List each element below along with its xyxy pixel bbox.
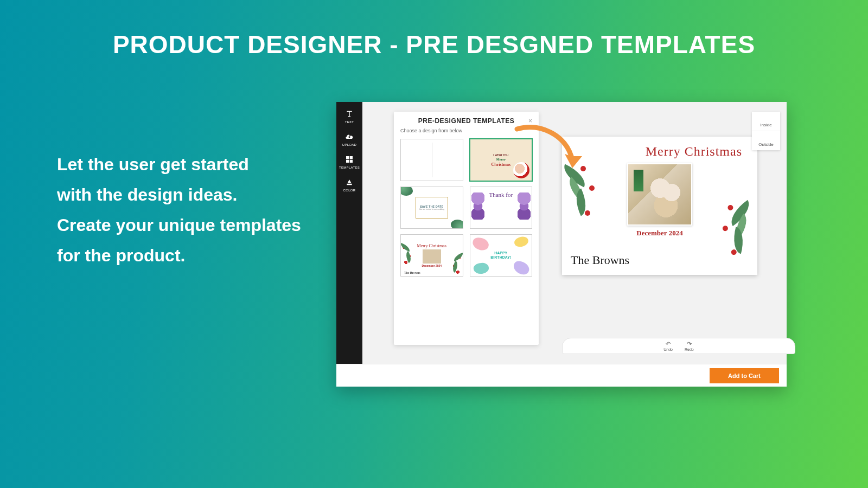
leaf-icon bbox=[400, 187, 413, 196]
sprig-decoration-icon bbox=[559, 164, 608, 240]
undo-label: Undo bbox=[663, 348, 673, 351]
text-icon bbox=[345, 108, 354, 119]
copy-line: Create your unique templates bbox=[57, 210, 317, 240]
tab-outside[interactable]: Outside bbox=[752, 131, 780, 150]
blob-icon bbox=[513, 235, 530, 249]
sidebar-item-label: TEMPLATES bbox=[339, 166, 360, 169]
flower-icon bbox=[518, 192, 531, 220]
template-thumb-merry-christmas-santa[interactable]: I WISH YOU Merry Christmas bbox=[470, 139, 533, 181]
view-tabs: Inside Outside bbox=[752, 112, 780, 150]
photo-placeholder-icon bbox=[423, 249, 441, 264]
template-thumb-blank[interactable] bbox=[400, 139, 463, 181]
card-date-text[interactable]: December 2024 bbox=[636, 229, 682, 237]
app-main: TEXT UPLOAD TEMPLATES COLOR PRE-DESIGNED… bbox=[336, 102, 787, 364]
thumb-text: Thank for bbox=[489, 191, 513, 198]
santa-icon bbox=[513, 162, 529, 178]
tool-sidebar: TEXT UPLOAD TEMPLATES COLOR bbox=[336, 102, 362, 364]
sprig-decoration-icon bbox=[706, 198, 767, 282]
templates-grid: I WISH YOU Merry Christmas SAVE THE DATE… bbox=[400, 139, 532, 277]
sidebar-item-label: UPLOAD bbox=[342, 143, 356, 146]
flower-icon bbox=[471, 192, 484, 220]
card-signature-text[interactable]: The Browns bbox=[571, 253, 629, 267]
add-to-cart-button[interactable]: Add to Cart bbox=[710, 368, 779, 383]
templates-icon bbox=[339, 154, 360, 165]
template-thumb-save-the-date[interactable]: SAVE THE DATE You are invited to our wed… bbox=[400, 187, 463, 229]
thumb-text: Merry Christmas bbox=[417, 243, 446, 248]
close-panel-button[interactable]: × bbox=[528, 117, 532, 125]
sidebar-item-upload[interactable]: UPLOAD bbox=[342, 131, 356, 146]
copy-line: with the design ideas. bbox=[57, 179, 317, 210]
template-thumb-merry-christmas-browns[interactable]: Merry Christmas December 2024 The Browns bbox=[400, 234, 463, 277]
thumb-text: HAPPY bbox=[490, 251, 511, 255]
thumb-text: The Browns bbox=[404, 271, 420, 274]
thumb-text: BIRTHDAY! bbox=[490, 255, 511, 260]
blob-icon bbox=[473, 262, 489, 275]
canvas-area: PRE-DESIGNED TEMPLATES × Choose a design… bbox=[362, 102, 787, 364]
redo-label: Redo bbox=[685, 348, 694, 351]
card-preview[interactable]: Merry Christmas December 2024 The Browns bbox=[562, 137, 757, 275]
undo-icon: ↶ bbox=[666, 341, 671, 347]
thumb-text: Christmas bbox=[491, 162, 510, 167]
leaf-icon bbox=[451, 220, 463, 229]
sprig-icon bbox=[449, 252, 463, 277]
undo-redo-bar: ↶ Undo ↷ Redo bbox=[562, 338, 795, 354]
blob-icon bbox=[512, 259, 531, 277]
designer-app-window: TEXT UPLOAD TEMPLATES COLOR PRE-DESIGNED… bbox=[336, 102, 787, 387]
thumb-text: Merry bbox=[496, 157, 506, 162]
page-title: PRODUCT DESIGNER - PRE DESGNED TEMPLATES bbox=[0, 0, 868, 59]
sidebar-item-label: TEXT bbox=[345, 120, 354, 124]
sidebar-item-label: COLOR bbox=[343, 189, 356, 192]
sidebar-item-color[interactable]: COLOR bbox=[343, 177, 356, 192]
template-thumb-thank-for[interactable]: Thank for bbox=[470, 187, 533, 229]
sprig-icon bbox=[400, 242, 415, 267]
bottom-bar: Add to Cart bbox=[336, 364, 787, 387]
copy-line: for the product. bbox=[57, 240, 317, 271]
redo-button[interactable]: ↷ Redo bbox=[685, 341, 694, 351]
copy-line: Let the user get started bbox=[57, 149, 317, 179]
template-thumb-happy-birthday[interactable]: HAPPY BIRTHDAY! bbox=[470, 234, 533, 277]
sidebar-item-text[interactable]: TEXT bbox=[345, 108, 354, 124]
tab-inside[interactable]: Inside bbox=[752, 112, 780, 131]
templates-panel-title: PRE-DESIGNED TEMPLATES bbox=[418, 117, 514, 125]
thumb-text: December 2024 bbox=[422, 264, 442, 267]
undo-button[interactable]: ↶ Undo bbox=[663, 341, 673, 351]
redo-icon: ↷ bbox=[687, 341, 692, 347]
upload-icon bbox=[342, 131, 356, 142]
card-title-text[interactable]: Merry Christmas bbox=[646, 144, 742, 159]
templates-panel: PRE-DESIGNED TEMPLATES × Choose a design… bbox=[394, 112, 539, 345]
thumb-text: I WISH YOU bbox=[493, 153, 508, 157]
blob-icon bbox=[471, 236, 490, 252]
templates-panel-subtitle: Choose a design from below bbox=[400, 128, 532, 133]
marketing-copy: Let the user get started with the design… bbox=[57, 149, 317, 271]
color-icon bbox=[343, 177, 356, 188]
thumb-text: You are invited to our wedding bbox=[419, 208, 444, 210]
card-photo[interactable] bbox=[627, 163, 692, 226]
sidebar-item-templates[interactable]: TEMPLATES bbox=[339, 154, 360, 169]
